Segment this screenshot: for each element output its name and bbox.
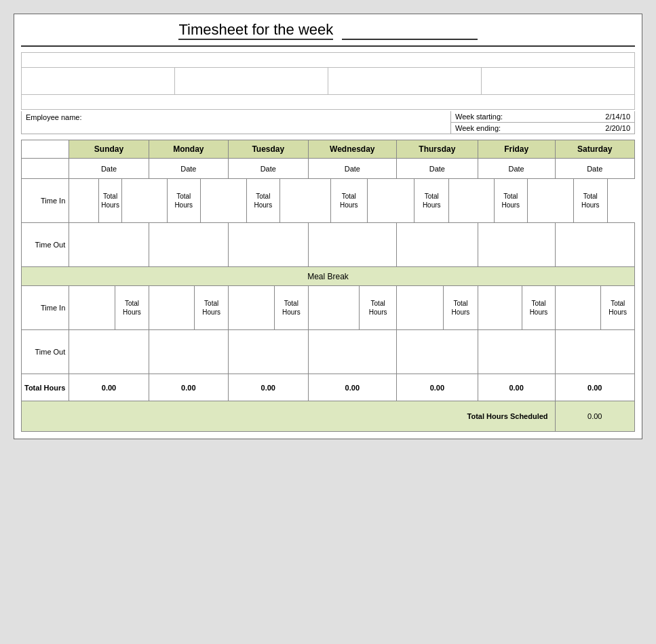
wednesday-timeout-1 [308, 223, 396, 267]
saturday-timeout-1 [555, 223, 634, 267]
saturday-date: Date [555, 159, 634, 179]
sunday-header: Sunday [69, 140, 149, 159]
employee-bar: Employee name: Week starting: 2/14/10 We… [21, 111, 635, 134]
friday-timeout-2 [478, 330, 555, 374]
tuesday-timein-1: Total Hours [200, 179, 279, 223]
friday-date: Date [478, 159, 555, 179]
thursday-timein-2: Total Hours [397, 286, 478, 330]
meal-break-row: Meal Break [22, 267, 635, 286]
friday-timein-2: Total Hours [478, 286, 555, 330]
monday-timein-2: Total Hours [149, 286, 228, 330]
time-out-row-1: Time Out [22, 223, 635, 267]
total-hours-label: Total Hours [22, 374, 69, 401]
day-header-row: Sunday Monday Tuesday Wednesday Thursday… [22, 140, 635, 159]
sunday-total: 0.00 [69, 374, 149, 401]
saturday-timein-2: Total Hours [555, 286, 634, 330]
thursday-timeout-2 [397, 330, 478, 374]
thursday-timein-1: Total Hours [367, 179, 448, 223]
time-in-row-2: Time In Total Hours Total Hours Total Ho… [22, 286, 635, 330]
sunday-timein-1: Total Hours [69, 179, 122, 223]
saturday-timein-1: Total Hours [527, 179, 607, 223]
tuesday-timeout-2 [228, 330, 308, 374]
tuesday-total: 0.00 [228, 374, 308, 401]
wednesday-date: Date [308, 159, 396, 179]
monday-header: Monday [149, 140, 228, 159]
time-out-label-2: Time Out [22, 330, 69, 374]
thursday-header: Thursday [397, 140, 478, 159]
week-starting-row: Week starting: 2/14/10 [451, 111, 634, 123]
tuesday-timeout-1 [228, 223, 308, 267]
time-in-label-1: Time In [22, 179, 69, 223]
monday-timeout-2 [149, 330, 228, 374]
scheduled-label: Total Hours Scheduled [22, 401, 556, 432]
sunday-timein-2: Total Hours [69, 286, 149, 330]
top-grid [21, 52, 635, 110]
meal-break-label: Meal Break [22, 267, 635, 286]
friday-timeout-1 [478, 223, 555, 267]
week-info-section: Week starting: 2/14/10 Week ending: 2/20… [451, 111, 634, 134]
monday-date: Date [149, 159, 228, 179]
saturday-header: Saturday [555, 140, 634, 159]
employee-name-section: Employee name: [22, 111, 451, 134]
thursday-date: Date [397, 159, 478, 179]
time-out-label-1: Time Out [22, 223, 69, 267]
tuesday-date: Date [228, 159, 308, 179]
time-in-label-2: Time In [22, 286, 69, 330]
saturday-total: 0.00 [555, 374, 634, 401]
friday-header: Friday [478, 140, 555, 159]
sunday-timeout-2 [69, 330, 149, 374]
week-ending-row: Week ending: 2/20/10 [451, 123, 634, 134]
scheduled-value: 0.00 [555, 401, 634, 432]
wednesday-total: 0.00 [308, 374, 396, 401]
wednesday-timein-1: Total Hours [280, 179, 368, 223]
page-container: Timesheet for the week Employee name: We… [14, 14, 642, 439]
page-title: Timesheet for the week [21, 21, 635, 40]
wednesday-timeout-2 [308, 330, 396, 374]
wednesday-header: Wednesday [308, 140, 396, 159]
monday-timeout-1 [149, 223, 228, 267]
saturday-timeout-2 [555, 330, 634, 374]
friday-timein-1: Total Hours [449, 179, 528, 223]
scheduled-row: Total Hours Scheduled 0.00 [22, 401, 635, 432]
date-row: Date Date Date Date Date Date Date [22, 159, 635, 179]
sunday-date: Date [69, 159, 149, 179]
time-out-row-2: Time Out [22, 330, 635, 374]
monday-total: 0.00 [149, 374, 228, 401]
sunday-timeout-1 [69, 223, 149, 267]
monday-timein-1: Total Hours [121, 179, 200, 223]
friday-total: 0.00 [478, 374, 555, 401]
thursday-timeout-1 [397, 223, 478, 267]
tuesday-header: Tuesday [228, 140, 308, 159]
timesheet-table: Sunday Monday Tuesday Wednesday Thursday… [21, 140, 635, 432]
tuesday-timein-2: Total Hours [228, 286, 308, 330]
total-hours-row: Total Hours 0.00 0.00 0.00 0.00 0.00 0.0… [22, 374, 635, 401]
thursday-total: 0.00 [397, 374, 478, 401]
time-in-row-1: Time In Total Hours Total Hours [22, 179, 635, 223]
title-section: Timesheet for the week [21, 21, 635, 47]
wednesday-timein-2: Total Hours [308, 286, 396, 330]
